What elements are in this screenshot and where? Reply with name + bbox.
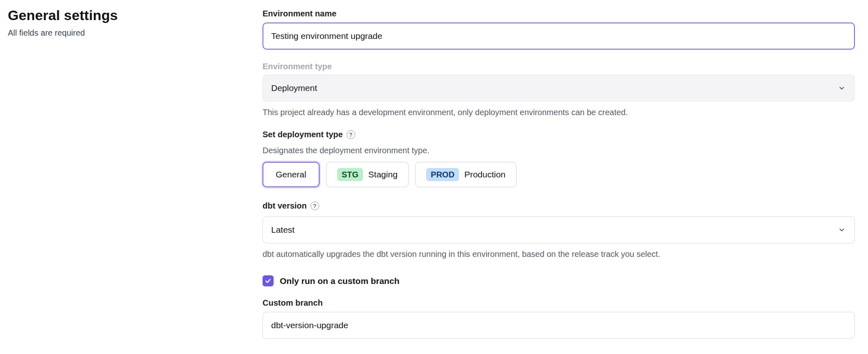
- deployment-type-production-label: Production: [464, 170, 505, 179]
- dbt-version-value: Latest: [271, 225, 295, 235]
- deployment-type-helper: Designates the deployment environment ty…: [263, 145, 855, 156]
- environment-type-select[interactable]: Deployment: [263, 75, 855, 102]
- dbt-version-select[interactable]: Latest: [263, 216, 855, 243]
- environment-name-input[interactable]: [263, 23, 855, 50]
- environment-type-label: Environment type: [263, 61, 855, 72]
- help-icon[interactable]: ?: [311, 202, 319, 210]
- page-title: General settings: [8, 7, 238, 23]
- production-badge: PROD: [426, 168, 459, 181]
- deployment-type-label: Set deployment type ?: [263, 129, 855, 140]
- environment-name-label: Environment name: [263, 8, 855, 19]
- check-icon: [265, 277, 272, 284]
- deployment-type-staging-button[interactable]: STG Staging: [326, 162, 409, 187]
- page-header: General settings All fields are required: [8, 7, 238, 38]
- chevron-down-icon: [837, 84, 846, 93]
- dbt-version-helper: dbt automatically upgrades the dbt versi…: [263, 249, 855, 260]
- deployment-type-production-button[interactable]: PROD Production: [415, 162, 516, 187]
- dbt-version-label: dbt version ?: [263, 200, 855, 211]
- custom-branch-checkbox-label: Only run on a custom branch: [280, 276, 400, 286]
- custom-branch-checkbox-row: Only run on a custom branch: [263, 275, 855, 286]
- environment-type-value: Deployment: [271, 83, 317, 93]
- page-subtitle: All fields are required: [8, 28, 238, 38]
- custom-branch-label: Custom branch: [263, 297, 855, 309]
- environment-type-helper: This project already has a development e…: [263, 107, 855, 118]
- staging-badge: STG: [337, 168, 363, 181]
- deployment-type-staging-label: Staging: [368, 170, 397, 179]
- deployment-type-options: General STG Staging PROD Production: [263, 162, 855, 187]
- deployment-type-general-button[interactable]: General: [263, 162, 320, 187]
- help-icon[interactable]: ?: [347, 130, 355, 139]
- chevron-down-icon: [837, 225, 846, 234]
- custom-branch-input[interactable]: [263, 312, 855, 339]
- settings-form: Environment name Environment type Deploy…: [263, 8, 855, 339]
- custom-branch-checkbox[interactable]: [263, 275, 274, 286]
- deployment-type-general-label: General: [276, 170, 306, 179]
